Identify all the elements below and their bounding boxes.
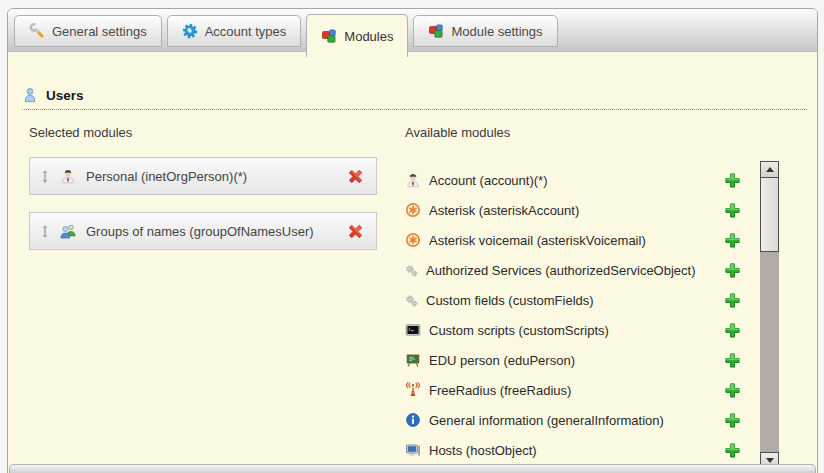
remove-module-button[interactable] xyxy=(347,168,364,185)
plus-icon xyxy=(724,352,741,369)
available-module-label: Authorized Services (authorizedServiceOb… xyxy=(426,263,696,278)
plus-icon xyxy=(724,322,741,339)
available-module-label: Account (account)(*) xyxy=(429,173,548,188)
remove-module-button[interactable] xyxy=(347,223,364,240)
settings-window: General settings Account types Modules M… xyxy=(7,8,818,473)
selected-module-label: Personal (inetOrgPerson)(*) xyxy=(86,169,337,184)
tab-account-types[interactable]: Account types xyxy=(167,15,302,47)
users-icon xyxy=(22,87,38,103)
add-module-button[interactable] xyxy=(724,412,741,429)
available-module-label: FreeRadius (freeRadius) xyxy=(429,383,571,398)
available-modules-list: Account (account)(*) Asterisk (asteriskA… xyxy=(405,165,741,465)
plus-icon xyxy=(724,232,741,249)
available-module-label: Asterisk (asteriskAccount) xyxy=(429,203,579,218)
tab-label: Module settings xyxy=(451,24,542,39)
plus-icon xyxy=(724,442,741,459)
delete-icon xyxy=(347,223,364,240)
add-module-button[interactable] xyxy=(724,442,741,459)
delete-icon xyxy=(347,168,364,185)
available-module-label: Asterisk voicemail (asteriskVoicemail) xyxy=(429,233,646,248)
tab-label: Modules xyxy=(344,29,393,44)
add-module-button[interactable] xyxy=(724,292,741,309)
available-module-row: Custom fields (customFields) xyxy=(405,285,741,315)
gears-icon xyxy=(405,264,418,277)
group-icon xyxy=(60,223,76,239)
tab-modules[interactable]: Modules xyxy=(306,14,408,57)
host-icon xyxy=(405,442,421,458)
add-module-button[interactable] xyxy=(724,202,741,219)
move-handle-icon[interactable] xyxy=(40,224,50,239)
person-icon xyxy=(60,168,76,184)
available-module-row: Custom scripts (customScripts) xyxy=(405,315,741,345)
selected-modules-heading: Selected modules xyxy=(29,125,132,140)
available-module-row: FreeRadius (freeRadius) xyxy=(405,375,741,405)
section-title: Users xyxy=(46,88,84,103)
selected-module-label: Groups of names (groupOfNamesUser) xyxy=(86,224,337,239)
info-icon xyxy=(405,412,421,428)
scroll-up-button[interactable] xyxy=(760,161,779,178)
arrow-down-icon xyxy=(766,458,774,463)
section-header-users: Users xyxy=(22,87,807,110)
available-module-label: Custom scripts (customScripts) xyxy=(429,323,609,338)
tab-label: Account types xyxy=(205,24,287,39)
gear-icon xyxy=(182,23,198,39)
available-module-label: Hosts (hostObject) xyxy=(429,443,537,458)
available-module-row: Hosts (hostObject) xyxy=(405,435,741,465)
terminal-icon xyxy=(405,322,421,338)
add-module-button[interactable] xyxy=(724,352,741,369)
selected-module-row[interactable]: Groups of names (groupOfNamesUser) xyxy=(29,212,377,250)
add-module-button[interactable] xyxy=(724,262,741,279)
available-module-label: Custom fields (customFields) xyxy=(426,293,594,308)
tab-label: General settings xyxy=(52,24,147,39)
modules-icon xyxy=(428,23,444,39)
add-module-button[interactable] xyxy=(724,232,741,249)
antenna-icon xyxy=(405,382,421,398)
plus-icon xyxy=(724,262,741,279)
add-module-button[interactable] xyxy=(724,382,741,399)
scrollbar-thumb[interactable] xyxy=(760,177,779,252)
asterisk-icon xyxy=(405,232,421,248)
available-module-row: Asterisk voicemail (asteriskVoicemail) xyxy=(405,225,741,255)
available-module-row: Asterisk (asteriskAccount) xyxy=(405,195,741,225)
available-module-row: EDU person (eduPerson) xyxy=(405,345,741,375)
plus-icon xyxy=(724,202,741,219)
available-module-label: EDU person (eduPerson) xyxy=(429,353,575,368)
modules-panel: Users Selected modules Available modules… xyxy=(8,51,817,473)
available-module-row: General information (generalInformation) xyxy=(405,405,741,435)
board-icon xyxy=(405,352,421,368)
asterisk-icon xyxy=(405,202,421,218)
gears-icon xyxy=(405,294,418,307)
plus-icon xyxy=(724,412,741,429)
wrench-icon xyxy=(29,23,45,39)
plus-icon xyxy=(724,382,741,399)
plus-icon xyxy=(724,172,741,189)
person-icon xyxy=(405,172,421,188)
selected-modules-list: Personal (inetOrgPerson)(*) Groups of na… xyxy=(29,157,377,267)
plus-icon xyxy=(724,292,741,309)
add-module-button[interactable] xyxy=(724,172,741,189)
available-modules-scrollbar[interactable] xyxy=(760,161,779,469)
modules-icon xyxy=(321,28,337,44)
available-module-label: General information (generalInformation) xyxy=(429,413,664,428)
available-module-row: Account (account)(*) xyxy=(405,165,741,195)
arrow-up-icon xyxy=(766,167,774,172)
tab-general-settings[interactable]: General settings xyxy=(14,15,162,47)
tab-bar: General settings Account types Modules M… xyxy=(8,9,817,52)
next-section-header xyxy=(9,464,816,473)
tab-module-settings[interactable]: Module settings xyxy=(413,15,557,47)
selected-module-row[interactable]: Personal (inetOrgPerson)(*) xyxy=(29,157,377,195)
available-module-row: Authorized Services (authorizedServiceOb… xyxy=(405,255,741,285)
move-handle-icon[interactable] xyxy=(40,169,50,184)
available-modules-heading: Available modules xyxy=(405,125,510,140)
add-module-button[interactable] xyxy=(724,322,741,339)
